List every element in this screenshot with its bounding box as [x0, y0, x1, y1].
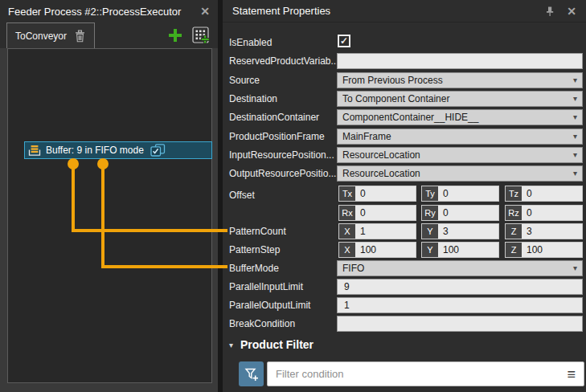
tab-label: ToConveyor: [15, 31, 67, 42]
reserved-product-variable-label: ReservedProductVariab...: [229, 53, 339, 69]
output-resource-position-value: ResourceLocation: [342, 166, 573, 181]
reserved-product-variable-field[interactable]: [337, 53, 583, 69]
buffer-mode-dropdown[interactable]: FIFO ▾: [337, 260, 583, 276]
isenabled-checkbox[interactable]: ✓: [338, 35, 350, 47]
add-statement-icon[interactable]: [167, 27, 183, 43]
destination-container-value: ComponentContainer__HIDE__: [342, 110, 573, 125]
pattern-count-y-field[interactable]: Y: [421, 223, 499, 239]
reserved-product-variable-input[interactable]: [338, 54, 582, 68]
y-axis-chip: Y: [422, 224, 438, 239]
ty-axis-chip: Ty: [422, 186, 438, 201]
offset-ry-input[interactable]: [438, 206, 498, 220]
source-label: Source: [229, 72, 260, 88]
z-axis-chip: Z: [506, 243, 522, 257]
source-value: From Previous Process: [342, 73, 573, 88]
close-icon[interactable]: ✕: [567, 6, 576, 17]
input-resource-position-label: InputResourcePosition...: [229, 147, 334, 163]
z-axis-chip: Z: [506, 224, 522, 239]
rx-axis-chip: Rx: [339, 206, 355, 220]
process-editor-header: Feeder Process #2::ProcessExecutor ✕: [0, 0, 218, 22]
statement-properties-header: Statement Properties ✕: [223, 0, 586, 22]
isenabled-label: IsEnabled: [229, 35, 272, 51]
pattern-step-x-field[interactable]: X: [338, 242, 416, 258]
pattern-count-label: PatternCount: [229, 223, 286, 239]
break-condition-input[interactable]: [338, 316, 582, 331]
input-resource-position-dropdown[interactable]: ResourceLocation ▾: [337, 147, 583, 163]
rz-axis-chip: Rz: [506, 206, 522, 220]
output-resource-position-label: OutputResourcePositio...: [229, 165, 336, 182]
offset-label: Offset: [229, 187, 255, 203]
chevron-down-icon: ▾: [573, 169, 577, 178]
product-position-frame-label: ProductPositionFrame: [229, 129, 325, 145]
product-filter-section-header[interactable]: ▾ Product Filter: [229, 338, 313, 351]
destination-container-dropdown[interactable]: ComponentContainer__HIDE__ ▾: [337, 109, 583, 125]
offset-tz-input[interactable]: [522, 186, 582, 201]
destination-value: To Component Container: [342, 92, 573, 106]
pattern-count-y-input[interactable]: [438, 224, 498, 239]
offset-rz-field[interactable]: Rz: [505, 205, 583, 221]
input-resource-position-value: ResourceLocation: [342, 148, 573, 162]
add-filter-button[interactable]: [239, 361, 264, 386]
pin-icon[interactable]: [544, 6, 555, 17]
pattern-step-z-field[interactable]: Z: [505, 242, 583, 258]
buffer-mode-value: FIFO: [342, 261, 573, 276]
offset-ry-field[interactable]: Ry: [421, 205, 499, 221]
offset-ty-input[interactable]: [438, 186, 498, 201]
offset-rx-input[interactable]: [355, 206, 416, 220]
break-condition-field[interactable]: [337, 316, 583, 332]
buffer-icon: [28, 145, 41, 157]
y-axis-chip: Y: [422, 243, 438, 257]
process-editor-panel: Feeder Process #2::ProcessExecutor ✕ ToC…: [0, 0, 218, 392]
product-position-frame-dropdown[interactable]: MainFrame ▾: [337, 129, 583, 145]
pattern-step-y-input[interactable]: [438, 243, 498, 257]
offset-rx-field[interactable]: Rx: [338, 205, 416, 221]
checkbox-check-icon: ✓: [340, 36, 348, 46]
pattern-step-z-input[interactable]: [522, 243, 582, 257]
break-condition-label: BreakCondition: [229, 316, 295, 332]
tab-toconveyor[interactable]: ToConveyor: [6, 22, 95, 48]
chevron-down-icon: ▾: [573, 76, 577, 84]
close-icon[interactable]: ✕: [200, 6, 210, 17]
offset-rz-input[interactable]: [522, 206, 582, 220]
buffer-statement-row[interactable]: Buffer: 9 in FIFO mode: [24, 141, 212, 159]
grid-add-icon[interactable]: [192, 27, 210, 44]
destination-dropdown[interactable]: To Component Container ▾: [337, 91, 583, 107]
parallel-output-limit-input[interactable]: [338, 298, 582, 312]
filter-condition-field[interactable]: ≡: [267, 361, 584, 386]
parallel-input-limit-label: ParallelInputLimit: [229, 279, 303, 295]
pattern-step-y-field[interactable]: Y: [421, 242, 499, 258]
buffer-mode-label: BufferMode: [229, 260, 279, 276]
statement-check-icon[interactable]: [150, 144, 166, 157]
destination-container-label: DestinationContainer: [229, 109, 319, 125]
chevron-down-icon: ▾: [573, 113, 577, 121]
parallel-output-limit-field[interactable]: [337, 297, 583, 313]
tz-axis-chip: Tz: [506, 186, 522, 201]
pattern-count-x-field[interactable]: X: [338, 223, 416, 239]
menu-icon[interactable]: ≡: [567, 367, 576, 382]
parallel-input-limit-field[interactable]: [337, 279, 583, 295]
output-resource-position-dropdown[interactable]: ResourceLocation ▾: [337, 165, 583, 182]
pattern-count-z-field[interactable]: Z: [505, 223, 583, 239]
chevron-down-icon: ▾: [573, 95, 577, 103]
trash-icon[interactable]: [74, 30, 86, 43]
tx-axis-chip: Tx: [339, 186, 355, 201]
statement-properties-title: Statement Properties: [232, 5, 330, 17]
parallel-input-limit-input[interactable]: [338, 280, 582, 294]
pattern-count-z-input[interactable]: [522, 224, 582, 239]
offset-ty-field[interactable]: Ty: [421, 186, 499, 202]
destination-label: Destination: [229, 91, 277, 107]
offset-tx-input[interactable]: [355, 186, 416, 201]
pattern-count-x-input[interactable]: [355, 224, 416, 239]
filter-condition-input[interactable]: [276, 368, 567, 380]
chevron-down-icon: ▾: [573, 133, 577, 141]
tab-actions: [167, 22, 218, 48]
offset-tx-field[interactable]: Tx: [338, 186, 416, 202]
offset-tz-field[interactable]: Tz: [505, 186, 583, 202]
statement-list: [7, 48, 212, 383]
chevron-down-icon: ▾: [573, 264, 577, 272]
pattern-step-x-input[interactable]: [355, 243, 416, 257]
product-filter-title: Product Filter: [240, 338, 313, 351]
process-editor-body: [0, 48, 218, 392]
source-dropdown[interactable]: From Previous Process ▾: [337, 72, 583, 88]
ry-axis-chip: Ry: [422, 206, 438, 220]
